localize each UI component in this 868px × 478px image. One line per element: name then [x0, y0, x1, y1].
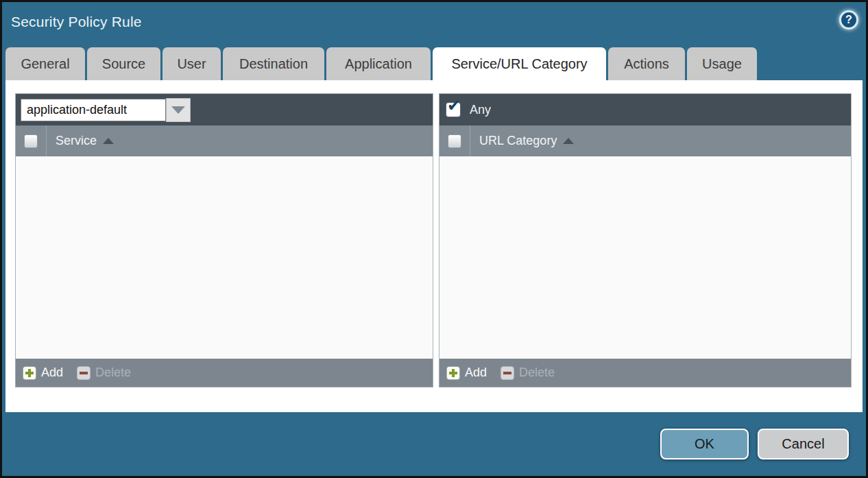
tab-destination[interactable]: Destination [223, 47, 324, 80]
dialog-action-buttons: OK Cancel [660, 429, 849, 459]
tab-application[interactable]: Application [326, 47, 431, 80]
add-service-button[interactable]: Add [23, 366, 63, 380]
tab-general[interactable]: General [5, 47, 85, 80]
cancel-button[interactable]: Cancel [758, 429, 849, 459]
delete-url-category-button[interactable]: Delete [501, 366, 555, 380]
service-list [16, 156, 433, 359]
tab-user[interactable]: User [162, 47, 221, 80]
add-url-category-button[interactable]: Add [446, 366, 487, 380]
url-category-panel-footer: Add Delete [439, 359, 851, 387]
chevron-down-icon [171, 106, 185, 114]
tab-source[interactable]: Source [87, 47, 160, 80]
help-icon[interactable]: ? [839, 10, 858, 29]
tab-content: Service Add Delete [5, 80, 863, 412]
tab-usage[interactable]: Usage [687, 47, 757, 80]
minus-icon [501, 366, 514, 380]
tab-bar: General Source User Destination Applicat… [5, 47, 757, 80]
checkmark-icon: ✔ [447, 97, 461, 114]
sort-asc-icon [563, 138, 574, 144]
any-label: Any [470, 103, 491, 117]
dropdown-arrow-button[interactable] [166, 98, 191, 122]
service-dropdown-input[interactable] [21, 99, 166, 121]
url-category-list [439, 156, 851, 359]
url-category-panel: ✔ Any URL Category Add [439, 93, 852, 387]
url-category-column-label: URL Category [479, 134, 557, 148]
select-all-services-checkbox[interactable] [24, 134, 38, 148]
any-checkbox[interactable]: ✔ [446, 102, 461, 117]
service-column-label: Service [56, 134, 97, 148]
security-policy-rule-dialog: Security Policy Rule ? General Source Us… [0, 0, 868, 478]
dialog-background: Security Policy Rule ? General Source Us… [2, 2, 866, 476]
service-select-all-cell [16, 126, 47, 156]
dialog-title: Security Policy Rule [11, 14, 142, 30]
plus-icon [446, 366, 460, 380]
select-all-url-categories-checkbox[interactable] [448, 134, 461, 148]
service-column-header[interactable]: Service [16, 126, 433, 156]
plus-icon [23, 366, 36, 380]
url-category-column-header[interactable]: URL Category [439, 126, 851, 156]
sort-asc-icon [103, 138, 114, 144]
service-panel-footer: Add Delete [16, 359, 433, 387]
service-panel-header [16, 94, 433, 126]
delete-service-button[interactable]: Delete [77, 366, 131, 380]
help-glyph: ? [845, 14, 852, 26]
ok-button[interactable]: OK [660, 429, 749, 459]
url-category-panel-header: ✔ Any [439, 94, 851, 126]
tab-actions[interactable]: Actions [608, 47, 685, 80]
tab-service-url-category[interactable]: Service/URL Category [433, 47, 606, 80]
minus-icon [77, 366, 91, 380]
service-panel: Service Add Delete [15, 93, 433, 387]
url-category-select-all-cell [439, 126, 470, 156]
